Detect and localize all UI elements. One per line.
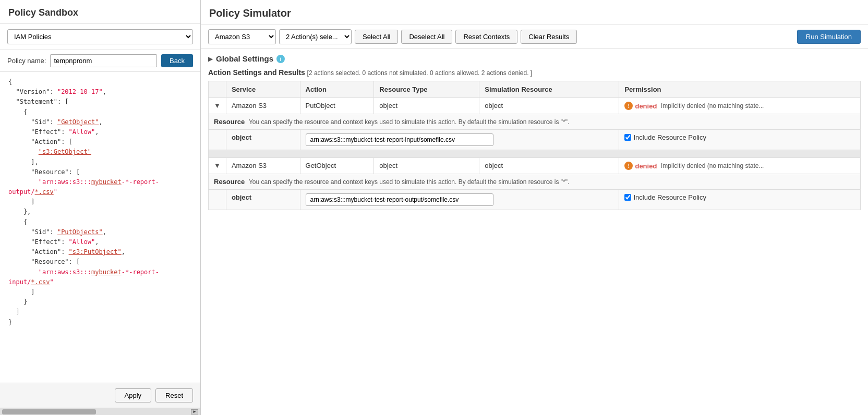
resource-csv-input[interactable]: *.csv [31, 278, 50, 286]
resource-input-cell1 [300, 130, 619, 150]
th-expand [209, 81, 226, 98]
resource-mybucket-input[interactable]: mybucket [91, 268, 122, 276]
denied-badge-row2: ! denied [624, 162, 657, 170]
left-panel-footer: Apply Reset [0, 383, 200, 408]
th-resource-type: Resource Type [374, 81, 479, 98]
include-resource-policy-checkbox1[interactable] [624, 134, 631, 141]
include-resource-policy-label2: Include Resource Policy [624, 193, 855, 201]
th-service: Service [226, 81, 300, 98]
reset-button[interactable]: Reset [155, 388, 193, 402]
resource-note-row1: Resource You can specify the resource an… [209, 114, 861, 130]
row2-simulation-resource: object [479, 158, 619, 174]
row1-service: Amazon S3 [226, 98, 300, 114]
include-resource-policy-text2: Include Resource Policy [633, 193, 706, 201]
service-dropdown[interactable]: Amazon S3 [208, 29, 276, 44]
action-settings-note: [2 actions selected. 0 actions not simul… [307, 69, 533, 77]
resource-input-field1[interactable] [306, 133, 493, 146]
policy-name-input[interactable] [50, 54, 157, 67]
left-panel-title: Policy Sandbox [0, 0, 200, 24]
results-table: Service Action Resource Type Simulation … [208, 81, 861, 210]
resource-input-field2[interactable] [306, 193, 493, 206]
action-s3getobject[interactable]: "s3:GetObject" [39, 148, 91, 155]
expand-row1[interactable]: ▼ [209, 98, 226, 114]
policy-code-area: { "Version": "2012-10-17", "Statement": … [0, 72, 200, 383]
resource-note-row2: Resource You can specify the resource an… [209, 174, 861, 190]
row2-action: GetObject [300, 158, 374, 174]
include-resource-policy-checkbox2[interactable] [624, 194, 631, 201]
table-header-row: Service Action Resource Type Simulation … [209, 81, 861, 98]
include-resource-policy-label1: Include Resource Policy [624, 133, 855, 141]
denied-detail-row2: Implicitly denied (no matching state... [661, 162, 764, 169]
scroll-right-arrow[interactable]: ► [191, 409, 198, 414]
spacer-row [209, 150, 861, 158]
left-scrollbar: ► [0, 408, 200, 415]
actions-dropdown[interactable]: 2 Action(s) sele... [279, 29, 352, 44]
th-action: Action [300, 81, 374, 98]
row1-action: PutObject [300, 98, 374, 114]
reset-contexts-button[interactable]: Reset Contexts [455, 30, 517, 44]
policy-type-section: IAM PoliciesResource PoliciesIAM Roles [0, 24, 200, 50]
resource-type-label1: object [226, 130, 300, 150]
action-s3putobject[interactable]: "s3:PutObject" [69, 248, 122, 255]
resource-input-row2: object Include Resource Policy [209, 190, 861, 210]
policy-name-row: Policy name: Back [0, 50, 200, 72]
action-settings-header: Action Settings and Results [208, 68, 305, 77]
th-permission: Permission [619, 81, 861, 98]
resource-input-row1: object Include Resource Policy [209, 130, 861, 150]
table-row: ▼ Amazon S3 GetObject object object ! de… [209, 158, 861, 174]
row1-simulation-resource: object [479, 98, 619, 114]
sid-putobjects[interactable]: "PutObjects" [57, 228, 103, 236]
resource-policy-cell2: Include Resource Policy [619, 190, 861, 210]
denied-detail-row1: Implicitly denied (no matching state... [661, 102, 764, 109]
run-simulation-button[interactable]: Run Simulation [797, 30, 861, 44]
policy-type-dropdown[interactable]: IAM PoliciesResource PoliciesIAM Roles [7, 29, 193, 44]
scrollbar-thumb[interactable] [2, 409, 96, 414]
th-simulation-resource: Simulation Resource [479, 81, 619, 98]
toolbar: Amazon S3 2 Action(s) sele... Select All… [201, 25, 868, 49]
sid-getobject[interactable]: "GetObject" [57, 118, 99, 126]
resource-note-cell1: Resource You can specify the resource an… [209, 114, 861, 130]
global-settings-info-icon[interactable]: i [276, 55, 285, 63]
resource-input-cell2 [300, 190, 619, 210]
right-panel-title: Policy Simulator [201, 0, 868, 25]
row2-permission: ! denied Implicitly denied (no matching … [619, 158, 861, 174]
row1-resource-type: object [374, 98, 479, 114]
apply-button[interactable]: Apply [115, 388, 152, 402]
expand-row2[interactable]: ▼ [209, 158, 226, 174]
right-panel: Policy Simulator Amazon S3 2 Action(s) s… [201, 0, 868, 415]
row2-resource-type: object [374, 158, 479, 174]
resource-note-cell2: Resource You can specify the resource an… [209, 174, 861, 190]
clear-results-button[interactable]: Clear Results [521, 30, 577, 44]
action-settings-section: Action Settings and Results [2 actions s… [208, 68, 861, 77]
left-panel: Policy Sandbox IAM PoliciesResource Poli… [0, 0, 201, 415]
resource-mybucket-output[interactable]: mybucket [91, 178, 122, 186]
resource-csv-output[interactable]: *.csv [35, 188, 54, 196]
denied-icon-row1: ! [624, 102, 633, 110]
global-settings-triangle[interactable]: ▶ [208, 55, 213, 63]
row2-service: Amazon S3 [226, 158, 300, 174]
denied-badge-row1: ! denied [624, 102, 657, 110]
row1-permission: ! denied Implicitly denied (no matching … [619, 98, 861, 114]
global-settings-label: Global Settings [216, 54, 273, 63]
back-button[interactable]: Back [161, 54, 193, 67]
content-area: ▶ Global Settings i Action Settings and … [201, 49, 868, 415]
include-resource-policy-text1: Include Resource Policy [633, 133, 706, 141]
resource-policy-cell1: Include Resource Policy [619, 130, 861, 150]
denied-icon-row2: ! [624, 162, 633, 170]
resource-type-label2: object [226, 190, 300, 210]
select-all-button[interactable]: Select All [355, 30, 398, 44]
policy-name-label: Policy name: [7, 57, 46, 65]
deselect-all-button[interactable]: Deselect All [401, 30, 452, 44]
table-row: ▼ Amazon S3 PutObject object object ! de… [209, 98, 861, 114]
global-settings-row: ▶ Global Settings i [208, 54, 861, 63]
